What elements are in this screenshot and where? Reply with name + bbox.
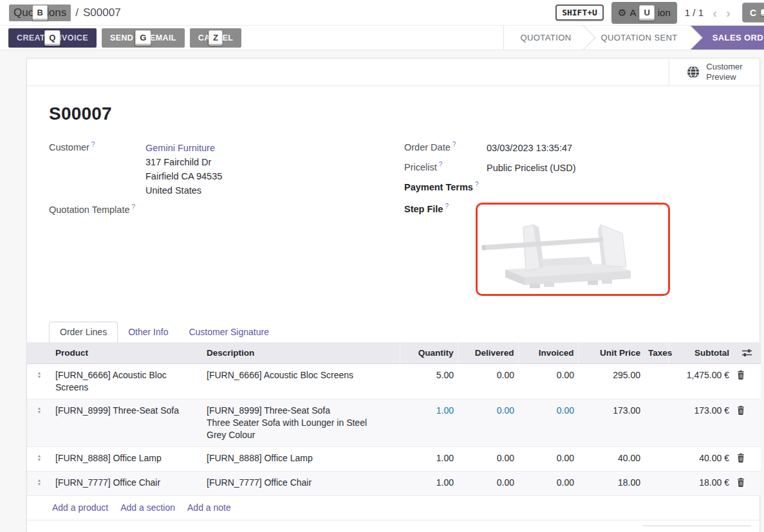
table-header-row: Product Description Quantity Delivered I… [27,342,761,364]
cell-quantity[interactable]: 1.00 [400,399,458,447]
hotkey-badge-create-invoice: Q [44,30,61,46]
cell-product[interactable]: [FURN_8999] Three-Seat Sofa [51,399,203,447]
drag-handle-icon[interactable]: ▲▼ [31,477,48,486]
cell-unit-price[interactable]: 18.00 [578,472,644,496]
pager-previous-icon[interactable]: ‹ [713,6,717,19]
action-menu-button[interactable]: ⚙ A U ion [611,2,677,24]
cancel-button[interactable]: CANCEL Z [190,28,241,48]
sheet-footer: Terms and conditions... Total: 1,706.00 … [27,520,759,532]
delete-line-icon[interactable] [737,478,745,487]
table-row[interactable]: ▲▼ [FURN_8888] Office Lamp [FURN_8888] O… [27,447,761,472]
hotkey-badge-cancel: Z [209,30,223,46]
add-a-product-link[interactable]: Add a product [52,502,108,513]
handle-column-header [27,342,51,364]
cell-subtotal: 1,475.00 € [669,364,733,399]
help-icon[interactable]: ? [91,141,95,148]
create-invoice-button[interactable]: CREATE INVOICE Q [8,28,97,48]
customer-preview-label-line1: Customer [706,62,742,71]
cell-quantity[interactable]: 1.00 [400,447,458,472]
table-row[interactable]: ▲▼ [FURN_6666] Acoustic Bloc Screens [FU… [27,364,761,399]
breadcrumb-parent[interactable]: Quotations B [9,5,71,21]
drag-handle-icon[interactable]: ▲▼ [31,452,48,462]
delete-line-icon[interactable] [737,454,745,463]
cell-taxes[interactable] [644,447,669,472]
customer-value-link[interactable]: Gemini Furniture [145,143,215,153]
cell-quantity[interactable]: 1.00 [400,472,458,496]
column-header-invoiced[interactable]: Invoiced [518,342,578,364]
field-order-date: Order Date? 03/03/2023 13:35:47 [404,141,738,155]
cell-description[interactable]: [FURN_8999] Three-Seat Sofa Three Seater… [203,399,400,447]
optional-columns-icon[interactable] [741,349,752,357]
pager-next-icon[interactable]: › [726,6,731,19]
help-icon[interactable]: ? [131,203,135,210]
help-icon[interactable]: ? [452,141,456,148]
column-header-product[interactable]: Product [51,342,203,364]
delete-line-icon[interactable] [737,371,745,380]
cell-invoiced[interactable]: 0.00 [518,472,578,496]
drag-handle-icon[interactable]: ▲▼ [31,369,48,379]
pager: 1 / 1 ‹ › [685,6,731,19]
send-by-email-button[interactable]: SEND BY EMAIL G [102,28,185,48]
tab-customer-signature[interactable]: Customer Signature [178,322,279,342]
hotkey-badge-send-email: G [135,30,151,46]
tab-order-lines[interactable]: Order Lines [49,322,118,342]
column-header-delivered[interactable]: Delivered [458,342,518,364]
hotkey-badge-action: U [639,5,654,21]
cell-delivered[interactable]: 0.00 [458,472,518,496]
table-row[interactable]: ▲▼ [FURN_7777] Office Chair [FURN_7777] … [27,472,761,496]
table-row[interactable]: ▲▼ [FURN_8999] Three-Seat Sofa [FURN_899… [27,399,761,447]
cell-subtotal: 173.00 € [669,399,733,447]
step-file-3d-part-image [480,208,666,291]
cell-invoiced[interactable]: 0.00 [518,399,578,447]
step-file-image-highlighted[interactable] [476,203,670,296]
column-header-quantity[interactable]: Quantity [400,342,458,364]
order-lines-table: Product Description Quantity Delivered I… [27,342,761,496]
column-header-description[interactable]: Description [203,342,400,364]
statusbar-step-quotation-sent[interactable]: QUOTATION SENT [584,26,690,50]
order-date-label: Order Date [404,142,451,152]
column-header-subtotal[interactable]: Subtotal [669,342,733,364]
statusbar-step-quotation[interactable]: QUOTATION [504,26,584,50]
cell-product[interactable]: [FURN_7777] Office Chair [51,472,203,496]
column-header-unit-price[interactable]: Unit Price [578,342,644,364]
customer-address-line3: United States [145,185,201,196]
cell-product[interactable]: [FURN_6666] Acoustic Bloc Screens [51,364,203,399]
cell-description[interactable]: [FURN_8888] Office Lamp [203,447,400,472]
tab-other-info[interactable]: Other Info [118,322,178,342]
cell-taxes[interactable] [644,472,669,496]
order-date-value[interactable]: 03/03/2023 13:35:47 [487,141,572,155]
optional-columns-header [733,342,761,364]
cell-delivered[interactable]: 0.00 [458,364,518,399]
cell-unit-price[interactable]: 295.00 [578,364,644,399]
pricelist-value[interactable]: Public Pricelist (USD) [487,161,576,175]
cell-taxes[interactable] [644,399,669,447]
help-icon[interactable]: ? [475,181,479,188]
cell-delivered[interactable]: 0.00 [458,399,518,447]
cell-product[interactable]: [FURN_8888] Office Lamp [51,447,203,472]
cell-unit-price[interactable]: 173.00 [578,399,644,447]
cell-unit-price[interactable]: 40.00 [578,447,644,472]
customer-preview-button[interactable]: Customer Preview [669,59,759,86]
cell-quantity[interactable]: 5.00 [400,364,458,399]
cell-invoiced[interactable]: 0.00 [518,447,578,472]
delete-line-icon[interactable] [737,406,745,415]
help-icon[interactable]: ? [445,203,449,210]
new-button[interactable]: C [742,3,764,23]
cell-invoiced[interactable]: 0.00 [518,364,578,399]
sheet-top-band: Customer Preview [27,59,759,86]
add-a-section-link[interactable]: Add a section [120,502,175,513]
cell-subtotal: 18.00 € [669,472,733,496]
help-icon[interactable]: ? [439,161,443,168]
breadcrumb: Quotations B / S00007 [9,5,121,21]
description-line2: Three Seater Sofa with Lounger in Steel … [207,417,387,441]
drag-handle-icon[interactable]: ▲▼ [31,405,48,414]
globe-icon [686,65,700,79]
control-panel: CREATE INVOICE Q SEND BY EMAIL G CANCEL … [0,26,764,50]
cell-taxes[interactable] [644,364,669,399]
cell-delivered[interactable]: 0.00 [458,447,518,472]
cell-description[interactable]: [FURN_6666] Acoustic Bloc Screens [203,364,400,399]
breadcrumb-current: S00007 [83,6,121,19]
cell-description[interactable]: [FURN_7777] Office Chair [203,472,400,496]
add-a-note-link[interactable]: Add a note [187,502,231,513]
column-header-taxes[interactable]: Taxes [644,342,669,364]
